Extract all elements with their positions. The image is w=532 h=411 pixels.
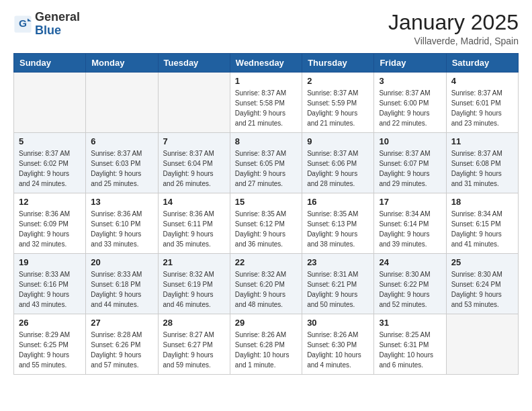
day-info: Sunrise: 8:26 AMSunset: 6:28 PMDaylight:… [235,330,297,370]
day-info: Sunrise: 8:37 AMSunset: 5:58 PMDaylight:… [235,88,297,128]
day-number: 15 [235,197,297,207]
header-monday: Monday [86,54,158,73]
day-info: Sunrise: 8:30 AMSunset: 6:22 PMDaylight:… [379,269,441,310]
calendar-day-cell: 16Sunrise: 8:35 AMSunset: 6:13 PMDayligh… [302,193,374,254]
day-number: 31 [379,318,441,328]
day-number: 16 [307,197,369,207]
calendar-day-cell: 12Sunrise: 8:36 AMSunset: 6:09 PMDayligh… [14,193,86,254]
header-sunday: Sunday [14,54,86,73]
calendar-day-cell: 11Sunrise: 8:37 AMSunset: 6:08 PMDayligh… [446,133,518,193]
calendar-day-cell: 19Sunrise: 8:33 AMSunset: 6:16 PMDayligh… [14,254,86,314]
day-number: 9 [307,136,369,146]
day-number: 10 [379,136,441,146]
day-number: 12 [19,197,81,207]
logo-general: General [35,10,80,24]
calendar-day-cell [446,314,518,375]
calendar-week-row: 5Sunrise: 8:37 AMSunset: 6:02 PMDaylight… [14,133,519,193]
calendar-day-cell: 30Sunrise: 8:26 AMSunset: 6:30 PMDayligh… [302,314,374,375]
day-number: 25 [451,257,513,267]
calendar-day-cell: 1Sunrise: 8:37 AMSunset: 5:58 PMDaylight… [230,73,302,133]
header-tuesday: Tuesday [158,54,230,73]
header: G General Blue January 2025 Villaverde, … [13,11,519,46]
page: G General Blue January 2025 Villaverde, … [0,0,532,388]
day-info: Sunrise: 8:37 AMSunset: 6:07 PMDaylight:… [379,148,441,189]
calendar-day-cell: 14Sunrise: 8:36 AMSunset: 6:11 PMDayligh… [158,193,230,254]
calendar: Sunday Monday Tuesday Wednesday Thursday… [13,53,519,375]
day-number: 2 [307,76,369,86]
calendar-day-cell: 24Sunrise: 8:30 AMSunset: 6:22 PMDayligh… [374,254,446,314]
day-info: Sunrise: 8:31 AMSunset: 6:21 PMDaylight:… [307,269,369,310]
day-info: Sunrise: 8:25 AMSunset: 6:31 PMDaylight:… [379,330,441,370]
day-info: Sunrise: 8:29 AMSunset: 6:25 PMDaylight:… [19,330,81,370]
header-friday: Friday [374,54,446,73]
svg-text:G: G [19,17,27,29]
calendar-week-row: 19Sunrise: 8:33 AMSunset: 6:16 PMDayligh… [14,254,519,314]
header-thursday: Thursday [302,54,374,73]
day-info: Sunrise: 8:37 AMSunset: 6:02 PMDaylight:… [19,148,81,189]
day-number: 11 [451,136,513,146]
calendar-day-cell: 28Sunrise: 8:27 AMSunset: 6:27 PMDayligh… [158,314,230,375]
day-number: 6 [91,136,152,146]
day-info: Sunrise: 8:37 AMSunset: 6:01 PMDaylight:… [451,88,513,128]
day-number: 7 [163,136,225,146]
logo-text: General Blue [35,11,80,38]
day-info: Sunrise: 8:37 AMSunset: 6:04 PMDaylight:… [163,148,225,189]
day-number: 23 [307,257,369,267]
day-number: 13 [91,197,152,207]
day-number: 28 [163,318,225,328]
day-number: 19 [19,257,81,267]
day-info: Sunrise: 8:37 AMSunset: 6:03 PMDaylight:… [91,148,152,189]
calendar-day-cell: 8Sunrise: 8:37 AMSunset: 6:05 PMDaylight… [230,133,302,193]
logo: G General Blue [13,11,80,38]
calendar-day-cell: 25Sunrise: 8:30 AMSunset: 6:24 PMDayligh… [446,254,518,314]
day-info: Sunrise: 8:28 AMSunset: 6:26 PMDaylight:… [91,330,152,370]
calendar-day-cell: 20Sunrise: 8:33 AMSunset: 6:18 PMDayligh… [86,254,158,314]
day-info: Sunrise: 8:36 AMSunset: 6:10 PMDaylight:… [91,209,152,249]
day-number: 14 [163,197,225,207]
calendar-day-cell: 29Sunrise: 8:26 AMSunset: 6:28 PMDayligh… [230,314,302,375]
calendar-day-cell: 15Sunrise: 8:35 AMSunset: 6:12 PMDayligh… [230,193,302,254]
location: Villaverde, Madrid, Spain [388,36,519,46]
calendar-day-cell: 5Sunrise: 8:37 AMSunset: 6:02 PMDaylight… [14,133,86,193]
day-number: 18 [451,197,513,207]
day-number: 4 [451,76,513,86]
day-info: Sunrise: 8:36 AMSunset: 6:09 PMDaylight:… [19,209,81,249]
header-saturday: Saturday [446,54,518,73]
day-info: Sunrise: 8:32 AMSunset: 6:19 PMDaylight:… [163,269,225,310]
day-info: Sunrise: 8:37 AMSunset: 6:05 PMDaylight:… [235,148,297,189]
day-number: 17 [379,197,441,207]
calendar-day-cell: 17Sunrise: 8:34 AMSunset: 6:14 PMDayligh… [374,193,446,254]
calendar-day-cell: 6Sunrise: 8:37 AMSunset: 6:03 PMDaylight… [86,133,158,193]
calendar-day-cell [14,73,86,133]
day-info: Sunrise: 8:33 AMSunset: 6:18 PMDaylight:… [91,269,152,310]
day-number: 3 [379,76,441,86]
day-number: 27 [91,318,152,328]
calendar-day-cell [86,73,158,133]
day-info: Sunrise: 8:34 AMSunset: 6:14 PMDaylight:… [379,209,441,249]
day-info: Sunrise: 8:35 AMSunset: 6:13 PMDaylight:… [307,209,369,249]
calendar-day-cell: 9Sunrise: 8:37 AMSunset: 6:06 PMDaylight… [302,133,374,193]
day-number: 29 [235,318,297,328]
calendar-day-cell: 31Sunrise: 8:25 AMSunset: 6:31 PMDayligh… [374,314,446,375]
logo-icon: G [13,15,32,34]
day-number: 22 [235,257,297,267]
calendar-day-cell: 22Sunrise: 8:32 AMSunset: 6:20 PMDayligh… [230,254,302,314]
day-number: 5 [19,136,81,146]
calendar-day-cell: 4Sunrise: 8:37 AMSunset: 6:01 PMDaylight… [446,73,518,133]
day-number: 8 [235,136,297,146]
calendar-day-cell: 7Sunrise: 8:37 AMSunset: 6:04 PMDaylight… [158,133,230,193]
calendar-week-row: 26Sunrise: 8:29 AMSunset: 6:25 PMDayligh… [14,314,519,375]
calendar-day-cell: 26Sunrise: 8:29 AMSunset: 6:25 PMDayligh… [14,314,86,375]
weekday-header-row: Sunday Monday Tuesday Wednesday Thursday… [14,54,519,73]
month-title: January 2025 [388,11,519,34]
calendar-day-cell: 23Sunrise: 8:31 AMSunset: 6:21 PMDayligh… [302,254,374,314]
calendar-day-cell: 27Sunrise: 8:28 AMSunset: 6:26 PMDayligh… [86,314,158,375]
logo-blue: Blue [35,24,61,37]
calendar-week-row: 12Sunrise: 8:36 AMSunset: 6:09 PMDayligh… [14,193,519,254]
header-wednesday: Wednesday [230,54,302,73]
day-info: Sunrise: 8:37 AMSunset: 6:06 PMDaylight:… [307,148,369,189]
day-number: 26 [19,318,81,328]
calendar-week-row: 1Sunrise: 8:37 AMSunset: 5:58 PMDaylight… [14,73,519,133]
calendar-day-cell: 10Sunrise: 8:37 AMSunset: 6:07 PMDayligh… [374,133,446,193]
calendar-day-cell: 13Sunrise: 8:36 AMSunset: 6:10 PMDayligh… [86,193,158,254]
